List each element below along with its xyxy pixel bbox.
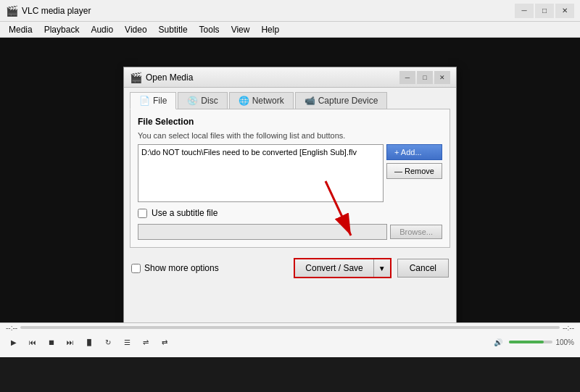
title-bar-controls: ─ □ ✕	[515, 4, 574, 18]
menu-bar: Media Playback Audio Video Subtitle Tool…	[0, 22, 580, 38]
volume-label: 100%	[555, 338, 574, 346]
title-bar: 🎬 VLC media player ─ □ ✕	[0, 0, 580, 22]
tab-capture-label: Capture Device	[318, 96, 378, 106]
menu-playback[interactable]: Playback	[38, 23, 86, 36]
toggle-view-button[interactable]: ⇌	[138, 334, 154, 350]
shuffle-button[interactable]: ⇄	[157, 334, 173, 350]
menu-view[interactable]: View	[225, 23, 256, 36]
dialog-title-controls: ─ □ ✕	[399, 71, 450, 84]
play-button[interactable]: ▶	[6, 334, 22, 350]
volume-fill	[509, 341, 544, 343]
tab-network-label: Network	[252, 96, 284, 106]
app-icon: 🎬	[6, 5, 17, 17]
browse-button[interactable]: Browse...	[390, 225, 442, 239]
tab-capture-device[interactable]: 📹 Capture Device	[295, 92, 388, 109]
browse-row: Browse...	[138, 224, 442, 240]
file-list-box[interactable]: D:\do NOT touch\Files need to be convert…	[138, 144, 384, 202]
subtitle-checkbox-row: Use a subtitle file	[138, 208, 442, 218]
dialog-minimize-button[interactable]: ─	[399, 71, 415, 84]
subtitle-checkbox[interactable]	[138, 209, 147, 218]
playlist-button[interactable]: ☰	[119, 334, 135, 350]
dialog-title: Open Media	[146, 72, 399, 83]
menu-subtitle[interactable]: Subtitle	[153, 23, 194, 36]
dialog-body: File Selection You can select local file…	[130, 109, 450, 248]
file-selection-label: File Selection	[138, 117, 442, 127]
convert-save-button-group: Convert / Save ▼	[294, 258, 391, 278]
hint-text: You can select local files with the foll…	[138, 131, 442, 140]
dialog-title-bar: 🎬 Open Media ─ □ ✕	[124, 67, 456, 88]
dialog-overlay: 🎬 Open Media ─ □ ✕ 📄 File 💿 Disc	[0, 38, 580, 357]
show-more-checkbox[interactable]	[131, 264, 141, 273]
capture-tab-icon: 📹	[304, 96, 315, 106]
seek-start-time: --:--	[6, 324, 17, 332]
menu-audio[interactable]: Audio	[85, 23, 119, 36]
frame-button[interactable]: ▐▌	[81, 334, 97, 350]
show-more-option: Show more options	[131, 263, 288, 273]
dialog-footer: Show more options Convert / Save ▼ Cance…	[124, 254, 456, 283]
title-bar-text: VLC media player	[22, 6, 515, 16]
dialog-close-button[interactable]: ✕	[434, 71, 450, 84]
convert-save-button[interactable]: Convert / Save	[295, 259, 373, 277]
file-path: D:\do NOT touch\Files need to be convert…	[141, 148, 357, 157]
file-buttons: + Add... — Remove	[386, 144, 442, 202]
seek-bar: --:-- --:--	[0, 323, 580, 332]
minimize-button[interactable]: ─	[515, 4, 534, 18]
stop-button[interactable]: ⏹	[44, 334, 59, 350]
file-input-area: D:\do NOT touch\Files need to be convert…	[138, 144, 442, 202]
loop-button[interactable]: ↻	[100, 334, 116, 350]
network-tab-icon: 🌐	[239, 96, 249, 106]
tab-file[interactable]: 📄 File	[130, 92, 176, 109]
control-bar: --:-- --:-- ▶ ⏮ ⏹ ⏭ ▐▌ ↻ ☰ ⇌ ⇄ 🔊 100%	[0, 322, 580, 357]
cancel-button[interactable]: Cancel	[397, 259, 449, 278]
dialog-maximize-button[interactable]: □	[417, 71, 433, 84]
menu-help[interactable]: Help	[255, 23, 285, 36]
controls-row: ▶ ⏮ ⏹ ⏭ ▐▌ ↻ ☰ ⇌ ⇄ 🔊 100%	[0, 332, 580, 352]
file-tab-icon: 📄	[139, 96, 150, 106]
tab-network[interactable]: 🌐 Network	[229, 92, 294, 109]
dialog-icon: 🎬	[130, 72, 141, 83]
prev-chapter-button[interactable]: ⏮	[25, 334, 41, 350]
tab-disc[interactable]: 💿 Disc	[178, 92, 227, 109]
dialog-tabs: 📄 File 💿 Disc 🌐 Network 📹 Capture Device	[124, 88, 456, 109]
menu-media[interactable]: Media	[3, 23, 38, 36]
maximize-button[interactable]: □	[535, 4, 554, 18]
volume-icon-button[interactable]: 🔊	[490, 334, 506, 350]
remove-button[interactable]: — Remove	[386, 163, 442, 179]
main-content: 🎬 Open Media ─ □ ✕ 📄 File 💿 Disc	[0, 38, 580, 357]
tab-file-label: File	[153, 96, 167, 106]
tab-disc-label: Disc	[201, 96, 218, 106]
convert-save-dropdown[interactable]: ▼	[374, 259, 390, 277]
add-button[interactable]: + Add...	[386, 144, 442, 160]
disc-tab-icon: 💿	[187, 96, 198, 106]
menu-tools[interactable]: Tools	[194, 23, 225, 36]
seek-track[interactable]	[20, 326, 560, 329]
menu-video[interactable]: Video	[119, 23, 152, 36]
show-more-label[interactable]: Show more options	[144, 263, 219, 273]
subtitle-label[interactable]: Use a subtitle file	[152, 208, 218, 218]
next-chapter-button[interactable]: ⏭	[62, 334, 78, 350]
open-media-dialog: 🎬 Open Media ─ □ ✕ 📄 File 💿 Disc	[123, 67, 457, 342]
seek-end-time: --:--	[563, 324, 574, 332]
volume-bar[interactable]	[509, 341, 552, 343]
subtitle-path-input[interactable]	[138, 224, 387, 240]
close-button[interactable]: ✕	[555, 4, 574, 18]
